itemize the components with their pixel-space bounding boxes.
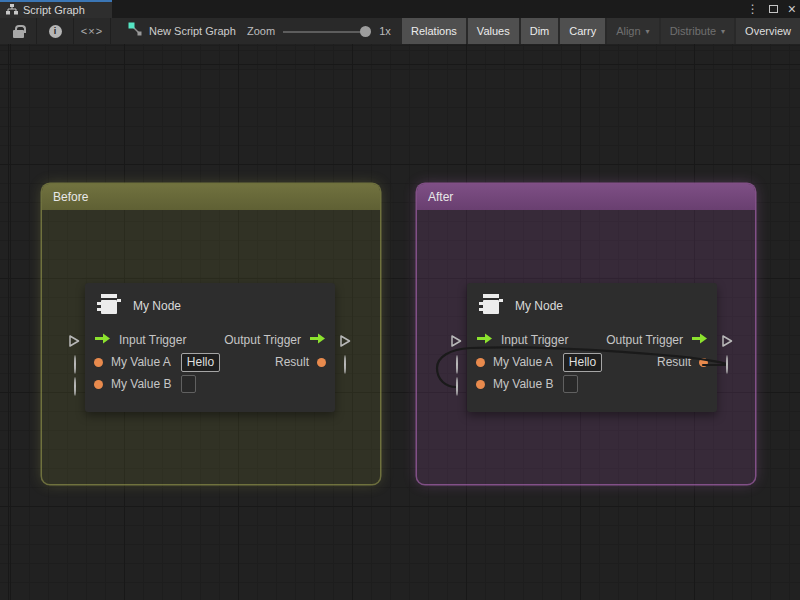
graph-value-port[interactable]: [74, 378, 76, 396]
value-a-input[interactable]: Hello: [563, 353, 602, 372]
port-label: My Value A: [111, 355, 171, 369]
graph-trigger-port[interactable]: [450, 334, 463, 352]
graph-value-port[interactable]: [726, 356, 728, 374]
port-label: Output Trigger: [606, 333, 683, 347]
unit-icon: [478, 291, 504, 321]
node-title: My Node: [133, 299, 181, 313]
value-b-input[interactable]: [181, 375, 196, 393]
unit-icon: [96, 291, 122, 321]
zoom-value: 1x: [379, 25, 391, 37]
trigger-output-icon[interactable]: [691, 333, 708, 347]
group-title: Before: [53, 190, 88, 204]
trigger-input-icon[interactable]: [476, 333, 493, 347]
distribute-dropdown[interactable]: Distribute▾: [661, 18, 734, 44]
graph-hierarchy-icon: [6, 1, 18, 19]
group-after-header[interactable]: After: [417, 184, 755, 210]
value-a-input[interactable]: Hello: [181, 353, 220, 372]
code-preview-button[interactable]: <×>: [74, 18, 110, 44]
graph-value-port[interactable]: [456, 356, 458, 374]
trigger-output-icon[interactable]: [309, 333, 326, 347]
graph-value-port[interactable]: [344, 356, 346, 374]
window-menu-icon[interactable]: ⋮: [747, 3, 759, 15]
group-title: After: [428, 190, 453, 204]
script-graph-asset-icon: [128, 22, 142, 40]
maximize-icon[interactable]: [769, 5, 778, 13]
port-label: Result: [275, 355, 309, 369]
lock-icon: [13, 30, 24, 38]
group-before-header[interactable]: Before: [42, 184, 380, 210]
graph-asset-name: New Script Graph: [149, 25, 236, 37]
info-icon: i: [49, 25, 62, 38]
port-label: Input Trigger: [119, 333, 186, 347]
value-input-icon[interactable]: [476, 358, 485, 367]
zoom-slider-handle[interactable]: [360, 26, 371, 37]
carry-toggle[interactable]: Carry: [560, 18, 605, 44]
tab-bar: Script Graph ⋮ ×: [0, 0, 800, 18]
graph-trigger-port[interactable]: [721, 334, 734, 352]
zoom-slider-track: [283, 31, 371, 33]
dim-toggle[interactable]: Dim: [521, 18, 559, 44]
inspect-button[interactable]: i: [37, 18, 73, 44]
code-icon: <×>: [81, 25, 103, 37]
align-dropdown[interactable]: Align▾: [607, 18, 658, 44]
value-input-icon[interactable]: [94, 380, 103, 389]
node-my-node-before[interactable]: My Node Input Trigger Output Trigger My …: [85, 283, 335, 412]
relations-toggle[interactable]: Relations: [402, 18, 466, 44]
graph-canvas[interactable]: Before After My Node: [0, 44, 800, 600]
graph-trigger-port[interactable]: [339, 334, 352, 352]
toolbar-separator: [110, 18, 111, 44]
values-toggle[interactable]: Values: [468, 18, 519, 44]
port-label: Result: [657, 355, 691, 369]
value-input-icon[interactable]: [476, 380, 485, 389]
port-label: My Value B: [493, 377, 553, 391]
port-label: Input Trigger: [501, 333, 568, 347]
node-title: My Node: [515, 299, 563, 313]
zoom-slider[interactable]: [283, 26, 371, 37]
port-label: My Value B: [111, 377, 171, 391]
graph-asset-picker[interactable]: New Script Graph: [128, 18, 236, 44]
trigger-input-icon[interactable]: [94, 333, 111, 347]
zoom-label: Zoom: [247, 25, 275, 37]
port-label: My Value A: [493, 355, 553, 369]
graph-value-port[interactable]: [74, 356, 76, 374]
tab-script-graph[interactable]: Script Graph: [0, 0, 112, 18]
close-icon[interactable]: ×: [788, 2, 796, 16]
graph-trigger-port[interactable]: [68, 334, 81, 352]
value-b-input[interactable]: [563, 375, 578, 393]
value-output-icon[interactable]: [699, 358, 708, 367]
value-output-icon[interactable]: [317, 358, 326, 367]
port-label: Output Trigger: [224, 333, 301, 347]
node-my-node-after[interactable]: My Node Input Trigger Output Trigger My …: [467, 283, 717, 412]
lock-button[interactable]: [0, 18, 36, 44]
chevron-down-icon: ▾: [721, 27, 725, 36]
graph-value-port[interactable]: [456, 378, 458, 396]
chevron-down-icon: ▾: [646, 27, 650, 36]
value-input-icon[interactable]: [94, 358, 103, 367]
graph-toolbar: i <×> New Script Graph Zoom 1x Relations…: [0, 18, 800, 44]
tab-title: Script Graph: [23, 4, 85, 16]
overview-button[interactable]: Overview: [736, 18, 800, 44]
